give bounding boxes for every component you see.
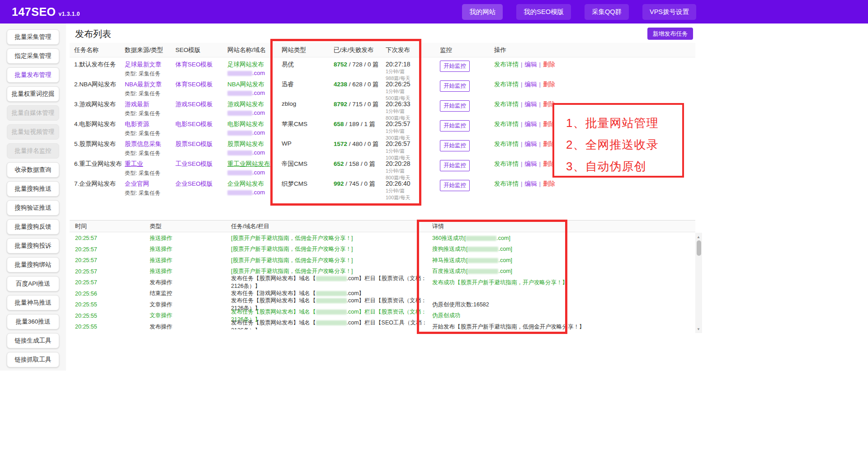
template-link[interactable]: 体育SEO模板 <box>175 61 213 68</box>
censored-domain <box>467 247 498 252</box>
sidebar-item[interactable]: 搜狗验证推送 <box>7 200 59 216</box>
censored-domain <box>316 320 347 325</box>
log-scrollbar[interactable]: ▲ ▼ <box>695 233 702 333</box>
source-link[interactable]: 重工业 <box>125 160 143 167</box>
sidebar-item[interactable]: 链接生成工具 <box>7 333 59 348</box>
edit-link[interactable]: 编辑 <box>525 121 537 127</box>
log-scrollbar-thumb[interactable] <box>697 240 701 256</box>
log-task-text: [股票开户新手避坑指南，低佣金开户攻略分享！] <box>231 268 353 274</box>
sidebar-item[interactable]: 批量搜狗推送 <box>7 181 59 197</box>
start-monitor-button[interactable]: 开始监控 <box>440 100 470 112</box>
start-monitor-button[interactable]: 开始监控 <box>440 120 470 132</box>
data-source-cell: 重工业类型: 采集任务 <box>125 160 175 177</box>
sidebar-item[interactable]: 批量搜狗投诉 <box>7 238 59 254</box>
annotation-line: 3、自动伪原创 <box>566 155 682 177</box>
site-name-link[interactable]: 重工业网站发布 <box>227 160 270 167</box>
sidebar-item[interactable]: 批量权重词挖掘 <box>7 86 59 102</box>
sidebar-item[interactable]: 批量发布管理 <box>7 67 59 83</box>
nav-item-0[interactable]: 我的网站 <box>462 4 503 20</box>
seo-template-cell: 企业SEO模版 <box>175 180 227 188</box>
source-link[interactable]: 电影资源 <box>125 121 149 127</box>
source-link[interactable]: 企业官网 <box>125 180 149 187</box>
start-monitor-button[interactable]: 开始监控 <box>440 61 470 72</box>
log-detail: 神马推送成功[.com] <box>432 257 694 264</box>
log-time: 20:25:57 <box>75 257 150 263</box>
template-link[interactable]: 工业SEO模版 <box>175 160 213 167</box>
next-publish-cell: 20:25:571分钟/篇300篇/每天 <box>386 120 440 141</box>
source-link[interactable]: NBA最新文章 <box>125 81 162 88</box>
start-monitor-button[interactable]: 开始监控 <box>440 160 470 171</box>
monitor-cell: 开始监控 <box>440 80 494 92</box>
publish-table-header: 任务名称数据来源/类型SEO模版网站名称/域名网站类型已/未/失败发布下次发布监… <box>70 43 695 57</box>
edit-link[interactable]: 编辑 <box>525 141 537 147</box>
publish-detail-link[interactable]: 发布详情 <box>494 61 519 68</box>
domain-suffix: .com <box>252 169 265 176</box>
nav-item-2[interactable]: 采集QQ群 <box>585 4 629 20</box>
delete-link[interactable]: 删除 <box>543 61 555 68</box>
edit-link[interactable]: 编辑 <box>525 180 537 187</box>
template-link[interactable]: 企业SEO模版 <box>175 180 213 187</box>
site-name-link[interactable]: 股票网站发布 <box>227 141 264 147</box>
edit-link[interactable]: 编辑 <box>525 61 537 68</box>
sidebar-item[interactable]: 批量搜狗绑站 <box>7 257 59 272</box>
publish-detail-link[interactable]: 发布详情 <box>494 101 519 108</box>
task-name: 2.NBA网站发布 <box>74 80 125 89</box>
site-name-link[interactable]: 电影网站发布 <box>227 121 264 127</box>
source-link[interactable]: 足球最新文章 <box>125 61 161 68</box>
log-time: 20:25:57 <box>75 246 150 253</box>
sidebar-item[interactable]: 百度API推送 <box>7 276 59 291</box>
delete-link[interactable]: 删除 <box>543 81 555 88</box>
publish-counts: 992 / 745 / 0 篇 <box>334 180 386 188</box>
start-monitor-button[interactable]: 开始监控 <box>440 80 470 92</box>
site-name-link[interactable]: 游戏网站发布 <box>227 101 264 108</box>
monitor-cell: 开始监控 <box>440 61 494 72</box>
annotation-line: 2、全网推送收录 <box>566 134 682 155</box>
separator: | <box>521 160 523 167</box>
scroll-up-icon[interactable]: ▲ <box>695 234 702 240</box>
source-link[interactable]: 游戏最新 <box>125 101 149 108</box>
start-monitor-button[interactable]: 开始监控 <box>440 140 470 151</box>
sidebar-item[interactable]: 批量搜狗反馈 <box>7 219 59 235</box>
publish-detail-link[interactable]: 发布详情 <box>494 160 519 167</box>
add-publish-task-button[interactable]: 新增发布任务 <box>647 28 693 40</box>
publish-detail-link[interactable]: 发布详情 <box>494 121 519 127</box>
site-type: 易优 <box>282 61 334 69</box>
publish-detail-link[interactable]: 发布详情 <box>494 81 519 88</box>
source-type-label: 类型: 采集任务 <box>125 169 175 177</box>
edit-link[interactable]: 编辑 <box>525 101 537 108</box>
delete-link[interactable]: 删除 <box>543 180 555 187</box>
template-link[interactable]: 股票SEO模版 <box>175 141 213 147</box>
template-link[interactable]: 电影SEO模板 <box>175 121 213 127</box>
log-row: 20:25:57推送操作[股票开户新手避坑指南，低佣金开户攻略分享！]神马推送成… <box>70 255 695 266</box>
sidebar-item[interactable]: 收录数据查询 <box>7 162 59 178</box>
domain-suffix: .com <box>252 149 265 156</box>
separator: | <box>521 141 523 147</box>
log-detail-text: 伪原创使用次数:16582 <box>432 301 489 308</box>
sidebar-item[interactable]: 批量360推送 <box>7 314 59 329</box>
edit-link[interactable]: 编辑 <box>525 81 537 88</box>
template-link[interactable]: 体育SEO模板 <box>175 81 213 88</box>
column-header: SEO模版 <box>175 46 227 54</box>
edit-link[interactable]: 编辑 <box>525 160 537 167</box>
sidebar-item[interactable]: 批量采集管理 <box>7 29 59 45</box>
site-name-link[interactable]: NBA网站发布 <box>227 81 264 88</box>
start-monitor-button[interactable]: 开始监控 <box>440 180 470 191</box>
site-name-link[interactable]: 足球网站发布 <box>227 61 264 68</box>
nav-item-1[interactable]: 我的SEO模版 <box>516 4 571 20</box>
next-publish-time: 20:20:28 <box>386 160 440 167</box>
publish-detail-link[interactable]: 发布详情 <box>494 180 519 187</box>
template-link[interactable]: 游戏SEO模板 <box>175 101 213 108</box>
source-link[interactable]: 股票信息采集 <box>125 141 161 147</box>
censored-domain <box>227 71 252 76</box>
site-name-link[interactable]: 企业网站发布 <box>227 180 264 187</box>
task-name: 4.电影网站发布 <box>74 120 125 128</box>
nav-item-3[interactable]: VPS拨号设置 <box>642 4 696 20</box>
sidebar-item[interactable]: 批量神马推送 <box>7 295 59 310</box>
sidebar-item[interactable]: 指定采集管理 <box>7 48 59 64</box>
site-type: zblog <box>282 100 334 107</box>
sidebar-item: 批量自媒体管理 <box>7 105 59 121</box>
scroll-down-icon[interactable]: ▼ <box>695 326 702 332</box>
sidebar-item[interactable]: 链接抓取工具 <box>7 352 59 367</box>
log-detail-text: 百度推送成功[ <box>432 268 467 274</box>
publish-detail-link[interactable]: 发布详情 <box>494 141 519 147</box>
